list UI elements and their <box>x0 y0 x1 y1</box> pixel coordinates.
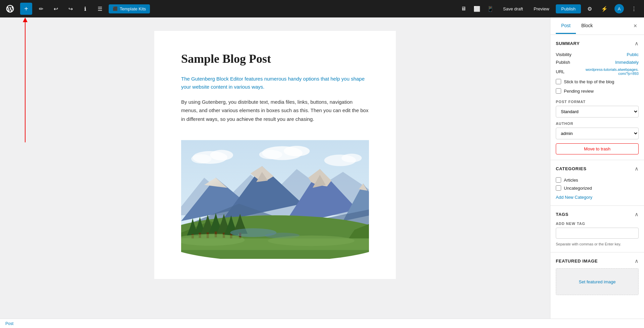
tab-block-label: Block <box>581 23 593 28</box>
save-draft-label: Save draft <box>503 6 523 11</box>
add-new-tag-label: ADD NEW TAG <box>556 222 639 226</box>
post-excerpt[interactable]: The Gutenberg Block Editor features nume… <box>181 75 369 91</box>
add-new-category-link[interactable]: Add New Category <box>556 195 592 200</box>
author-label: AUTHOR <box>556 122 639 126</box>
save-draft-button[interactable]: Save draft <box>499 4 527 13</box>
chevron-up-icon-categories: ∧ <box>635 166 639 172</box>
category-item-articles: Articles <box>556 176 639 184</box>
url-value[interactable]: wordpress-tutorials.atwebpages.com/?p=89… <box>585 67 639 76</box>
summary-section: Summary ∧ Visibility Public Publish Imme… <box>550 35 644 160</box>
summary-section-header: Summary ∧ <box>556 40 639 47</box>
author-select[interactable]: admin <box>556 128 639 139</box>
chevron-up-icon-tags: ∧ <box>635 212 639 217</box>
user-icon: A <box>614 4 624 13</box>
mobile-icon: 📱 <box>487 6 494 12</box>
preview-label: Preview <box>534 6 549 11</box>
visibility-row: Visibility Public <box>556 51 639 58</box>
chevron-up-icon-featured: ∧ <box>635 258 639 264</box>
publish-row: Publish Immediately <box>556 58 639 66</box>
chevron-up-icon: ∧ <box>635 41 639 46</box>
tags-section: Tags ∧ ADD NEW TAG Separate with commas … <box>550 206 644 252</box>
sidebar-header: Post Block × <box>550 17 644 35</box>
plus-icon: + <box>24 5 28 13</box>
featured-image-toggle[interactable]: ∧ <box>635 258 639 264</box>
wordpress-logo[interactable] <box>4 3 16 15</box>
move-to-trash-button[interactable]: Move to trash <box>556 143 639 154</box>
svg-point-2 <box>210 150 233 160</box>
tags-input[interactable] <box>556 228 639 239</box>
redo-button[interactable]: ↪ <box>64 3 76 15</box>
close-icon: × <box>634 22 637 30</box>
post-image[interactable] <box>181 131 369 259</box>
arrow-head <box>23 17 28 22</box>
status-bar: Post <box>0 319 644 328</box>
categories-section-header: Categories ∧ <box>556 166 639 172</box>
stick-to-top-checkbox[interactable] <box>556 79 561 84</box>
visibility-label: Visibility <box>556 52 572 57</box>
post-body[interactable]: By using Gutenberg, you distribute text,… <box>181 98 369 124</box>
desktop-view-button[interactable]: 🖥 <box>458 3 470 15</box>
more-options-button[interactable]: ⋮ <box>628 3 640 15</box>
set-featured-image-button[interactable]: Set featured image <box>579 279 616 284</box>
info-button[interactable]: ℹ <box>79 3 91 15</box>
publish-button[interactable]: Publish <box>556 4 581 13</box>
visibility-value[interactable]: Public <box>627 52 639 57</box>
tags-hint: Separate with commas or the Enter key. <box>556 242 621 246</box>
undo-button[interactable]: ↩ <box>50 3 62 15</box>
summary-toggle[interactable]: ∧ <box>635 40 639 47</box>
sidebar: Post Block × Summary ∧ Visibility Public <box>550 17 644 319</box>
edit-button[interactable]: ✏ <box>35 3 47 15</box>
svg-point-6 <box>259 150 282 159</box>
pending-review-checkbox[interactable] <box>556 88 561 94</box>
pencil-icon: ✏ <box>39 6 43 12</box>
categories-title: Categories <box>556 166 587 171</box>
post-title[interactable]: Sample Blog Post <box>181 51 369 67</box>
plugins-button[interactable]: ⚡ <box>598 3 610 15</box>
category-articles-label[interactable]: Articles <box>564 178 578 183</box>
categories-toggle[interactable]: ∧ <box>635 166 639 172</box>
status-post-link[interactable]: Post <box>5 321 13 326</box>
template-kits-button[interactable]: ⬛ Template Kits <box>109 4 150 13</box>
undo-icon: ↩ <box>54 6 58 12</box>
template-kits-icon: ⬛ <box>113 6 118 11</box>
publish-value[interactable]: Immediately <box>615 60 639 65</box>
post-format-select[interactable]: Standard Aside Audio Gallery Image Link <box>556 106 639 118</box>
category-uncategorized-label[interactable]: Uncategorized <box>564 186 592 191</box>
editor-content[interactable]: Sample Blog Post The Gutenberg Block Edi… <box>154 31 396 279</box>
red-arrow-indicator <box>23 17 28 142</box>
user-button[interactable]: A <box>613 3 625 15</box>
add-block-button[interactable]: + <box>20 3 32 15</box>
tablet-view-button[interactable]: ⬜ <box>471 3 483 15</box>
tags-section-header: Tags ∧ <box>556 211 639 218</box>
mobile-view-button[interactable]: 📱 <box>484 3 496 15</box>
tab-post[interactable]: Post <box>556 18 576 34</box>
svg-point-56 <box>268 236 354 246</box>
tags-toggle[interactable]: ∧ <box>635 211 639 218</box>
list-view-button[interactable]: ☰ <box>94 3 106 15</box>
tab-block[interactable]: Block <box>576 18 598 34</box>
url-label: URL <box>556 69 565 74</box>
featured-image-header: Featured image ∧ <box>556 258 639 264</box>
redo-icon: ↪ <box>68 6 73 12</box>
category-uncategorized-checkbox[interactable] <box>556 185 561 191</box>
toolbar: + ✏ ↩ ↪ ℹ ☰ ⬛ Template Kits 🖥 ⬜ 📱 <box>0 0 644 17</box>
sidebar-close-button[interactable]: × <box>631 21 640 31</box>
ellipsis-icon: ⋮ <box>631 6 637 12</box>
category-articles-checkbox[interactable] <box>556 177 561 183</box>
sidebar-tabs: Post Block <box>556 18 639 34</box>
featured-image-placeholder[interactable]: Set featured image <box>556 268 639 295</box>
desktop-icon: 🖥 <box>461 6 466 12</box>
main-layout: Sample Blog Post The Gutenberg Block Edi… <box>0 17 644 319</box>
categories-list: Articles Uncategorized <box>556 176 639 192</box>
tags-title: Tags <box>556 212 569 217</box>
pending-review-label[interactable]: Pending review <box>564 89 594 94</box>
category-item-uncategorized: Uncategorized <box>556 184 639 192</box>
svg-point-5 <box>284 146 310 156</box>
publish-label: Publish <box>561 6 576 11</box>
preview-button[interactable]: Preview <box>530 4 553 13</box>
tab-post-label: Post <box>561 23 571 28</box>
view-switcher: 🖥 ⬜ 📱 <box>458 3 496 15</box>
summary-title: Summary <box>556 41 580 46</box>
stick-to-top-label[interactable]: Stick to the top of the blog <box>564 79 614 84</box>
settings-button[interactable]: ⚙ <box>584 3 596 15</box>
